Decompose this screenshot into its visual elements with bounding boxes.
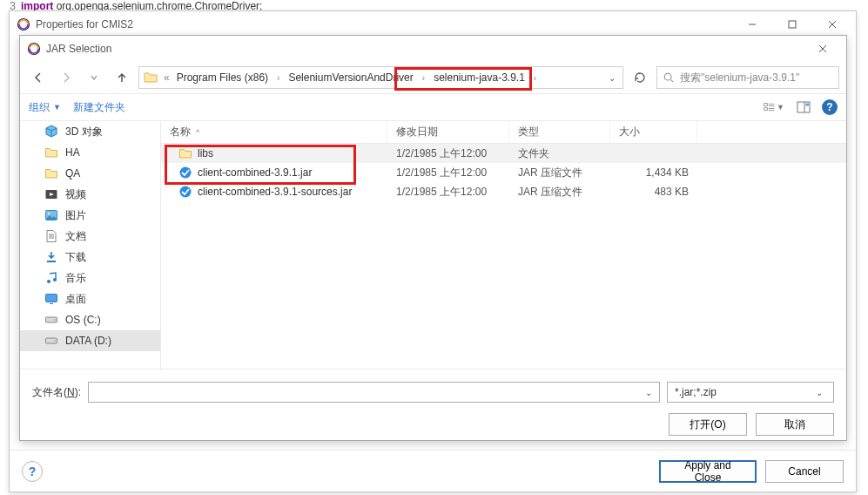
sidebar-item[interactable]: HA <box>20 142 160 163</box>
dialog-buttons: 打开(O) 取消 <box>20 410 846 444</box>
organize-menu[interactable]: 组织 ▼ <box>29 100 61 115</box>
filename-combo[interactable]: ⌄ <box>88 382 660 403</box>
svg-point-19 <box>180 186 192 198</box>
file-row[interactable]: client-combined-3.9.1-sources.jar1/2/198… <box>161 182 846 201</box>
sidebar-item-label: DATA (D:) <box>65 335 111 347</box>
svg-point-17 <box>54 340 56 342</box>
file-type: JAR 压缩文件 <box>509 185 610 200</box>
folder-icon <box>44 146 58 159</box>
close-button[interactable] <box>803 37 843 61</box>
preview-pane-button[interactable] <box>792 96 815 119</box>
sidebar-item-label: 文档 <box>65 229 86 244</box>
organize-label: 组织 <box>29 100 50 115</box>
file-date: 1/2/1985 上午12:00 <box>387 146 509 161</box>
file-name: libs <box>198 147 213 159</box>
filetype-value: *.jar;*.zip <box>675 386 717 398</box>
sidebar-item[interactable]: 音乐 <box>20 268 160 288</box>
col-type[interactable]: 类型 <box>509 121 610 143</box>
cube3d-icon <box>44 125 58 139</box>
folder-icon <box>178 146 192 160</box>
new-folder-button[interactable]: 新建文件夹 <box>73 100 125 115</box>
maximize-button[interactable] <box>772 12 812 37</box>
sidebar-item[interactable]: 图片 <box>20 205 160 226</box>
col-size[interactable]: 大小 <box>610 121 697 143</box>
sidebar: 3D 对象HAQA视频图片文档下载音乐桌面OS (C:)DATA (D:) <box>20 121 161 369</box>
svg-point-15 <box>54 319 56 321</box>
sidebar-item[interactable]: OS (C:) <box>20 309 160 330</box>
chevron-right-icon[interactable]: › <box>419 73 428 83</box>
filename-input[interactable] <box>92 386 642 398</box>
breadcrumb-dropdown[interactable]: ⌄ <box>609 73 616 83</box>
file-type: JAR 压缩文件 <box>509 166 610 180</box>
file-name: client-combined-3.9.1-sources.jar <box>198 186 352 198</box>
svg-rect-4 <box>764 104 768 106</box>
search-icon <box>663 71 675 84</box>
view-options-button[interactable]: ▼ <box>763 96 785 119</box>
inner-window-controls <box>803 37 843 61</box>
eclipse-icon <box>17 17 30 31</box>
breadcrumb-part-3[interactable]: selenium-java-3.9.1 <box>430 71 528 84</box>
svg-point-12 <box>53 278 57 281</box>
breadcrumb[interactable]: « Program Files (x86) › SeleniumVersionA… <box>138 66 623 89</box>
breadcrumb-ellipsis[interactable]: « <box>162 71 172 84</box>
drive-icon <box>44 313 58 327</box>
filename-row: 文件名(N): ⌄ *.jar;*.zip ⌄ <box>20 369 846 410</box>
svg-rect-5 <box>764 108 768 111</box>
file-name: client-combined-3.9.1.jar <box>198 166 312 179</box>
sidebar-item[interactable]: 桌面 <box>20 288 160 309</box>
apply-and-close-button[interactable]: Apply and Close <box>659 460 757 483</box>
sidebar-item[interactable]: QA <box>20 163 160 184</box>
music-icon <box>44 271 58 285</box>
chevron-right-icon[interactable]: › <box>273 73 283 83</box>
new-folder-label: 新建文件夹 <box>73 100 125 115</box>
svg-point-11 <box>47 280 50 283</box>
cancel-button[interactable]: 取消 <box>756 413 834 436</box>
nav-back-button[interactable] <box>27 66 50 89</box>
filetype-combo[interactable]: *.jar;*.zip ⌄ <box>667 382 834 403</box>
download-icon <box>44 250 58 264</box>
sidebar-item-label: 3D 对象 <box>65 125 103 139</box>
file-browser-body: 3D 对象HAQA视频图片文档下载音乐桌面OS (C:)DATA (D:) 名称… <box>20 121 846 369</box>
file-row[interactable]: libs1/2/1985 上午12:00文件夹 <box>161 144 846 163</box>
file-size: 1,434 KB <box>610 166 697 179</box>
outer-titlebar[interactable]: Properties for CMIS2 <box>10 11 856 37</box>
svg-point-18 <box>180 167 192 179</box>
refresh-button[interactable] <box>629 66 651 89</box>
inner-titlebar[interactable]: JAR Selection <box>20 36 846 62</box>
close-button[interactable] <box>812 12 852 37</box>
nav-recent-dropdown[interactable] <box>83 66 105 89</box>
sidebar-item-label: 图片 <box>65 208 86 223</box>
inner-title: JAR Selection <box>46 43 803 55</box>
eclipse-icon <box>27 42 41 56</box>
sidebar-item-label: OS (C:) <box>65 314 101 326</box>
chevron-down-icon[interactable]: ⌄ <box>642 388 656 397</box>
sidebar-item[interactable]: DATA (D:) <box>20 330 160 351</box>
col-date[interactable]: 修改日期 <box>387 121 509 143</box>
sidebar-item-label: QA <box>65 167 80 180</box>
search-input[interactable]: 搜索"selenium-java-3.9.1" <box>656 66 839 89</box>
file-row[interactable]: client-combined-3.9.1.jar1/2/1985 上午12:0… <box>161 163 846 182</box>
desktop-icon <box>44 292 58 306</box>
breadcrumb-part-1[interactable]: Program Files (x86) <box>173 71 272 84</box>
chevron-right-icon[interactable]: › <box>530 73 540 83</box>
cancel-button[interactable]: Cancel <box>765 460 844 483</box>
sidebar-item[interactable]: 下载 <box>20 247 160 268</box>
sidebar-item[interactable]: 视频 <box>20 184 160 205</box>
breadcrumb-part-2[interactable]: SeleniumVersionAndDriver <box>285 71 416 84</box>
help-button[interactable]: ? <box>822 99 838 115</box>
col-name[interactable]: 名称^ <box>161 121 387 143</box>
help-button[interactable]: ? <box>22 461 43 482</box>
svg-rect-1 <box>789 21 796 28</box>
nav-up-button[interactable] <box>111 66 133 89</box>
minimize-button[interactable] <box>732 12 772 37</box>
column-headers: 名称^ 修改日期 类型 大小 <box>161 121 846 144</box>
folder-icon <box>44 166 58 180</box>
jar-icon <box>178 185 192 199</box>
open-button[interactable]: 打开(O) <box>669 413 747 436</box>
filename-label: 文件名(N): <box>32 385 81 400</box>
nav-forward-button[interactable] <box>55 66 77 89</box>
jar-icon <box>178 166 192 180</box>
sidebar-item[interactable]: 文档 <box>20 226 160 247</box>
chevron-down-icon[interactable]: ⌄ <box>812 388 826 397</box>
sidebar-item[interactable]: 3D 对象 <box>20 121 160 142</box>
